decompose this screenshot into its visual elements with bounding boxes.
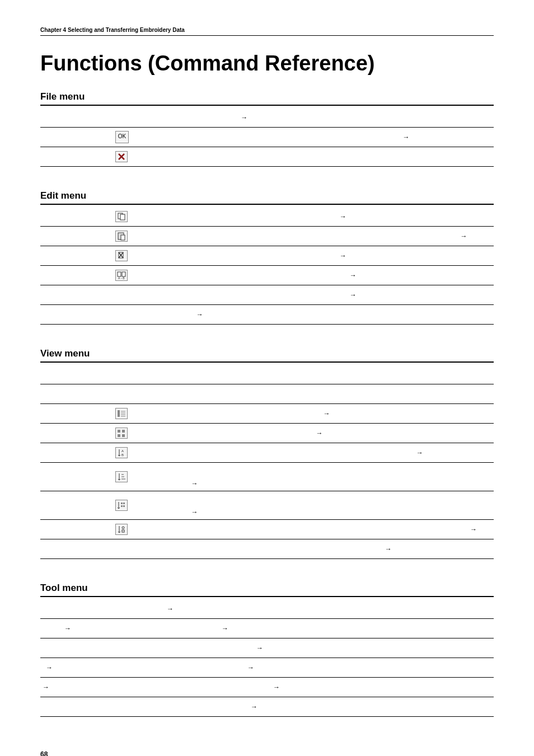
file-menu-table: → OK → (40, 108, 494, 167)
tool-menu-table: → → → → → → → → (40, 599, 494, 717)
arrow-right-icon: → (350, 271, 357, 279)
page-title: Functions (Command Reference) (40, 51, 494, 76)
svg-rect-20 (123, 503, 125, 504)
svg-rect-21 (121, 505, 123, 507)
table-row: → (40, 638, 494, 658)
table-row: → → (40, 619, 494, 638)
arrow-right-icon: → (460, 232, 467, 240)
table-row: → (40, 227, 494, 246)
arrow-right-icon: → (316, 429, 323, 437)
table-row: OK → (40, 128, 494, 147)
svg-rect-22 (123, 505, 125, 507)
edit-menu-table: → → → A→B → (40, 207, 494, 325)
arrow-right-icon: → (241, 114, 247, 121)
arrow-right-icon: → (256, 644, 263, 652)
arrow-right-icon: → (222, 624, 228, 632)
table-row (40, 147, 494, 167)
arrow-right-icon: → (350, 291, 357, 299)
arrow-right-icon: → (273, 683, 280, 691)
view-menu-heading: View menu (40, 348, 494, 363)
arrow-right-icon: → (324, 410, 330, 417)
sort-type-icon (115, 524, 128, 535)
svg-rect-13 (118, 430, 120, 433)
arrow-right-icon: → (470, 525, 477, 533)
svg-rect-8 (118, 410, 120, 417)
sort-size-icon (115, 471, 128, 482)
copy-icon (115, 211, 128, 222)
arrow-right-icon: → (191, 508, 198, 516)
table-row: → (40, 285, 494, 305)
close-x-icon (115, 151, 128, 162)
table-row: → → (40, 658, 494, 678)
table-row: → (40, 463, 494, 491)
file-menu-heading: File menu (40, 91, 494, 106)
svg-rect-5 (118, 272, 121, 276)
table-row: → (40, 424, 494, 443)
table-row: → → (40, 678, 494, 697)
table-row: → (40, 520, 494, 539)
paste-icon (115, 231, 128, 242)
arrow-right-icon: → (251, 703, 257, 711)
svg-rect-19 (121, 503, 123, 504)
table-row (40, 384, 494, 404)
table-row: → (40, 207, 494, 227)
edit-menu-heading: Edit menu (40, 190, 494, 205)
arrow-right-icon: → (247, 664, 254, 672)
svg-rect-14 (122, 430, 125, 433)
svg-text:A→B: A→B (118, 276, 125, 280)
delete-icon (115, 250, 128, 261)
svg-rect-1 (120, 214, 125, 220)
arrow-right-icon: → (167, 605, 174, 613)
table-row: → (40, 539, 494, 559)
arrow-right-icon: → (340, 252, 346, 260)
tool-menu-heading: Tool menu (40, 583, 494, 597)
sort-name-icon: AB (115, 447, 128, 458)
table-row: → (40, 697, 494, 717)
svg-point-23 (122, 527, 124, 529)
svg-text:A: A (121, 449, 124, 453)
view-menu-table: → → AB → → → (40, 365, 494, 559)
arrow-right-icon: → (385, 545, 392, 553)
arrow-right-icon: → (64, 624, 71, 632)
table-row: → (40, 305, 494, 325)
arrow-right-icon: → (191, 480, 198, 487)
svg-text:B: B (121, 453, 124, 457)
svg-rect-15 (118, 434, 120, 437)
thumbnail-grid-icon (115, 428, 128, 439)
svg-rect-24 (122, 530, 124, 532)
arrow-right-icon: → (403, 133, 410, 141)
list-detail-icon (115, 408, 128, 419)
table-row: → (40, 246, 494, 266)
arrow-right-icon: → (46, 664, 53, 672)
table-row: → (40, 491, 494, 520)
table-row (40, 365, 494, 384)
table-row: → (40, 404, 494, 424)
chapter-header: Chapter 4 Selecting and Transferring Emb… (40, 27, 494, 36)
table-row: AB → (40, 443, 494, 463)
arrow-right-icon: → (340, 213, 346, 220)
table-row: A→B → (40, 266, 494, 285)
table-row: → (40, 599, 494, 619)
arrow-right-icon: → (416, 449, 423, 457)
ok-button-icon: OK (115, 131, 129, 143)
svg-rect-16 (122, 434, 125, 437)
table-row: → (40, 108, 494, 128)
arrow-right-icon: → (196, 311, 203, 318)
svg-rect-6 (122, 272, 125, 276)
page-number: 68 (40, 750, 494, 756)
svg-rect-3 (121, 235, 125, 240)
arrow-right-icon: → (43, 683, 49, 691)
rename-icon: A→B (115, 270, 128, 281)
sort-grid-icon (115, 500, 128, 511)
